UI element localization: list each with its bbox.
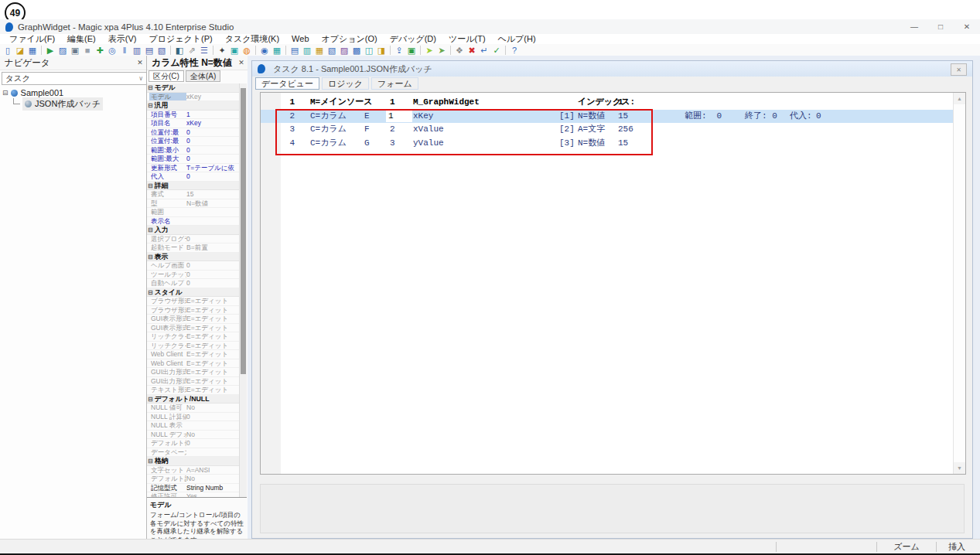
repository-icon-2[interactable]: ▥: [302, 45, 312, 56]
property-row[interactable]: NULL 値可 No: [147, 403, 239, 413]
menu-item[interactable]: タスク環境(K): [219, 34, 285, 44]
property-row[interactable]: 記憶型式 String Numb: [147, 484, 239, 493]
property-row[interactable]: Web Client E=エディット: [147, 359, 239, 369]
property-row[interactable]: 位置付:最 0: [147, 128, 239, 138]
deploy-icon[interactable]: ⇪: [394, 45, 405, 56]
attach-icon[interactable]: ❖: [454, 45, 465, 56]
property-row[interactable]: モデル xKey: [147, 93, 239, 102]
property-row[interactable]: 文字セット A=ANSI: [147, 466, 239, 475]
properties-scrollbar[interactable]: [239, 83, 247, 497]
list-icon[interactable]: ☰: [199, 45, 210, 56]
scroll-down-icon[interactable]: ▼: [954, 462, 965, 474]
repository-icon-6[interactable]: ▩: [351, 45, 362, 56]
minimize-button[interactable]: —: [901, 19, 927, 34]
save-icon[interactable]: ▦: [27, 45, 38, 56]
property-row[interactable]: GUI表示形式 E=エディット: [147, 324, 239, 333]
tree-item-task[interactable]: JSON作成バッチ: [13, 98, 103, 109]
task-window-title-bar[interactable]: タスク 8.1 - Sample001.JSON作成バッチ ✕: [252, 61, 972, 77]
cell-sequence-input[interactable]: 1: [390, 96, 395, 110]
repository-icon-5[interactable]: ▨: [339, 45, 350, 56]
collapse-icon[interactable]: ⊟: [2, 89, 9, 97]
restore-button[interactable]: □: [927, 19, 954, 34]
repository-icon-7[interactable]: ◫: [364, 45, 374, 56]
property-section-header[interactable]: ⊟モデル: [147, 83, 239, 93]
go-to-icon[interactable]: ↵: [479, 45, 490, 56]
property-row[interactable]: リッチクライアント E=エディット: [147, 332, 239, 342]
grid-scrollbar[interactable]: ▲ ▼: [953, 93, 965, 474]
menu-item[interactable]: デバッグ(D): [384, 34, 442, 44]
property-row[interactable]: 代入 0: [147, 172, 239, 182]
scrollbar-thumb[interactable]: [241, 88, 246, 374]
new-file-icon[interactable]: ▯: [2, 45, 13, 56]
property-row[interactable]: ブラウザ形式 E=エディット: [147, 306, 239, 315]
table-view-icon[interactable]: ▥: [131, 45, 142, 56]
zoom-view-icon[interactable]: ◎: [107, 45, 118, 56]
monitor-icon[interactable]: ▣: [229, 45, 240, 56]
breakpoint-icon[interactable]: ◍: [241, 45, 252, 56]
property-section-header[interactable]: ⊟入力: [147, 226, 239, 235]
close-icon[interactable]: ✕: [134, 59, 146, 66]
property-row[interactable]: GUI出力形式 E=エディット: [147, 368, 239, 377]
property-row[interactable]: 起動モード B=前置: [147, 243, 239, 253]
property-row[interactable]: 書式 15: [147, 190, 239, 199]
property-row[interactable]: 範囲:最小 0: [147, 146, 239, 155]
repository-icon-3[interactable]: ▦: [314, 45, 325, 56]
property-row[interactable]: GUI出力形式 E=エディット: [147, 377, 239, 386]
check-out-icon[interactable]: ➤: [424, 45, 435, 56]
property-row[interactable]: 更新形式 T=テーブルに依: [147, 164, 239, 173]
properties-tab[interactable]: 全体(A): [186, 70, 220, 82]
properties-tab[interactable]: 区分(C): [149, 70, 184, 82]
find-icon[interactable]: ◉: [259, 45, 270, 56]
property-section-header[interactable]: ⊟格納: [147, 457, 239, 466]
menu-item[interactable]: 編集(E): [61, 34, 102, 44]
property-row[interactable]: ツールチップ 0: [147, 271, 239, 280]
property-row[interactable]: 選択プログラ 0: [147, 235, 239, 244]
save-all-icon[interactable]: ▣: [70, 45, 80, 56]
property-row[interactable]: デフォルト値 0: [147, 439, 239, 448]
property-row[interactable]: リッチクライアント E=エディット: [147, 342, 239, 351]
delete-icon[interactable]: ✖: [466, 45, 477, 56]
data-table-icon[interactable]: ▦: [271, 45, 282, 56]
property-row[interactable]: デフォルト記憶 No: [147, 475, 239, 484]
property-row[interactable]: 型 N=数値: [147, 199, 239, 209]
property-row[interactable]: データベースデ: [147, 448, 239, 458]
add-icon[interactable]: ✚: [94, 45, 105, 56]
property-row[interactable]: NULL 計算値 0: [147, 413, 239, 422]
repository-icon-8[interactable]: ◨: [376, 45, 387, 56]
grid-row[interactable]: 1 M=メインソース 1 M_GraphWidget インデックス: 1: [261, 96, 954, 110]
navigator-filter-dropdown[interactable]: タスク ∨: [2, 72, 147, 85]
wand-icon[interactable]: ⇗: [186, 45, 197, 56]
property-section-header[interactable]: ⊟詳細: [147, 182, 239, 191]
property-row[interactable]: 表示名: [147, 217, 239, 226]
repository-icon-4[interactable]: ▧: [326, 45, 337, 56]
property-row[interactable]: 範囲: [147, 208, 239, 217]
split-view-icon[interactable]: ▧: [156, 45, 167, 56]
close-icon[interactable]: ✕: [235, 59, 248, 66]
task-view-tab[interactable]: データビュー: [255, 77, 319, 90]
property-section-header[interactable]: ⊟デフォルト/NULL: [147, 395, 239, 404]
property-row[interactable]: ヘルプ画面 0: [147, 261, 239, 271]
property-row[interactable]: NULL 表示: [147, 421, 239, 431]
scroll-up-icon[interactable]: ▲: [954, 93, 965, 104]
menu-item[interactable]: ツール(T): [442, 34, 492, 44]
check-in-icon[interactable]: ➤: [436, 45, 447, 56]
verify-icon[interactable]: ✓: [491, 45, 502, 56]
property-section-header[interactable]: ⊟汎用: [147, 101, 239, 111]
task-view-tab[interactable]: ロジック: [322, 77, 369, 90]
menu-item[interactable]: ヘルプ(H): [492, 34, 542, 44]
run-task-icon[interactable]: ✦: [217, 45, 227, 56]
help-icon[interactable]: ?: [509, 45, 520, 56]
menu-item[interactable]: Web: [285, 34, 315, 44]
property-row[interactable]: ブラウザ形式 E=エディット: [147, 297, 239, 306]
menu-item[interactable]: ファイル(F): [3, 34, 61, 44]
task-close-button[interactable]: ✕: [951, 63, 967, 76]
pause-icon[interactable]: ‖: [119, 45, 130, 56]
property-row[interactable]: Web Client E=エディット: [147, 350, 239, 359]
menu-item[interactable]: プロジェクト(P): [142, 34, 218, 44]
property-row[interactable]: 位置付:最 0: [147, 137, 239, 146]
property-section-header[interactable]: ⊟スタイル: [147, 288, 239, 298]
property-section-header[interactable]: ⊟表示: [147, 253, 239, 262]
property-row[interactable]: 項目番号 1: [147, 111, 239, 120]
stop-icon[interactable]: ■: [82, 45, 93, 56]
property-row[interactable]: NULL デフォルト No: [147, 431, 239, 440]
